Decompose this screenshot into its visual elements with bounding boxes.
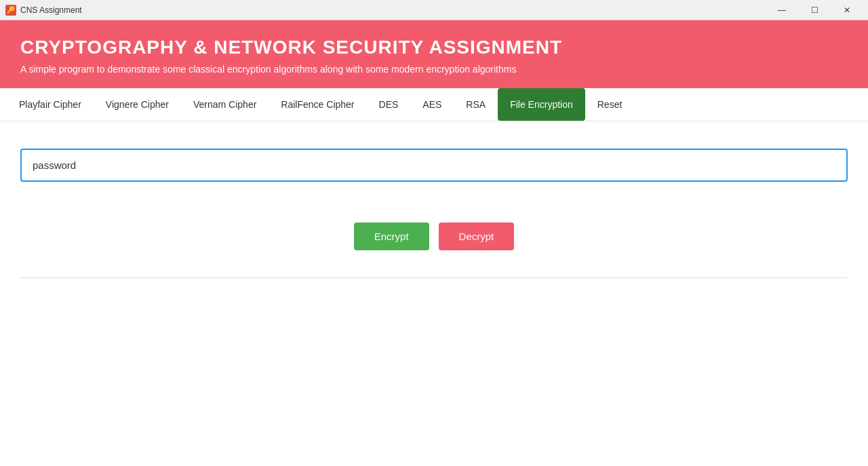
close-button[interactable]: ✕: [831, 0, 863, 20]
app-title: CNS Assignment: [20, 5, 82, 15]
tab-des[interactable]: DES: [367, 88, 411, 121]
tab-vernam-cipher[interactable]: Vernam Cipher: [181, 88, 269, 121]
decrypt-button[interactable]: Decrypt: [439, 222, 515, 250]
tab-aes[interactable]: AES: [410, 88, 454, 121]
tab-file-encryption[interactable]: File Encryption: [498, 88, 585, 121]
content-area: Encrypt Decrypt: [0, 121, 868, 305]
content-divider: [20, 277, 848, 278]
title-bar-controls: — ☐ ✕: [766, 0, 863, 20]
app-icon: 🔑: [5, 5, 16, 16]
header-title: CRYPTOGRAPHY & NETWORK SECURITY ASSIGNME…: [20, 37, 848, 58]
nav-bar: Playfair Cipher Vignere Cipher Vernam Ci…: [0, 88, 868, 121]
tab-vignere-cipher[interactable]: Vignere Cipher: [94, 88, 181, 121]
main-window: CRYPTOGRAPHY & NETWORK SECURITY ASSIGNME…: [0, 20, 868, 466]
tab-railfence-cipher[interactable]: RailFence Cipher: [269, 88, 366, 121]
tab-rsa[interactable]: RSA: [454, 88, 498, 121]
tab-reset[interactable]: Reset: [585, 88, 635, 121]
password-input[interactable]: [20, 149, 848, 182]
title-bar-left: 🔑 CNS Assignment: [5, 5, 82, 16]
button-row: Encrypt Decrypt: [20, 222, 848, 250]
tab-playfair-cipher[interactable]: Playfair Cipher: [7, 88, 94, 121]
header-banner: CRYPTOGRAPHY & NETWORK SECURITY ASSIGNME…: [0, 20, 868, 88]
minimize-button[interactable]: —: [766, 0, 797, 20]
header-subtitle: A simple program to demonstrate some cla…: [20, 64, 848, 75]
maximize-button[interactable]: ☐: [799, 0, 830, 20]
encrypt-button[interactable]: Encrypt: [354, 222, 429, 250]
title-bar: 🔑 CNS Assignment — ☐ ✕: [0, 0, 868, 20]
